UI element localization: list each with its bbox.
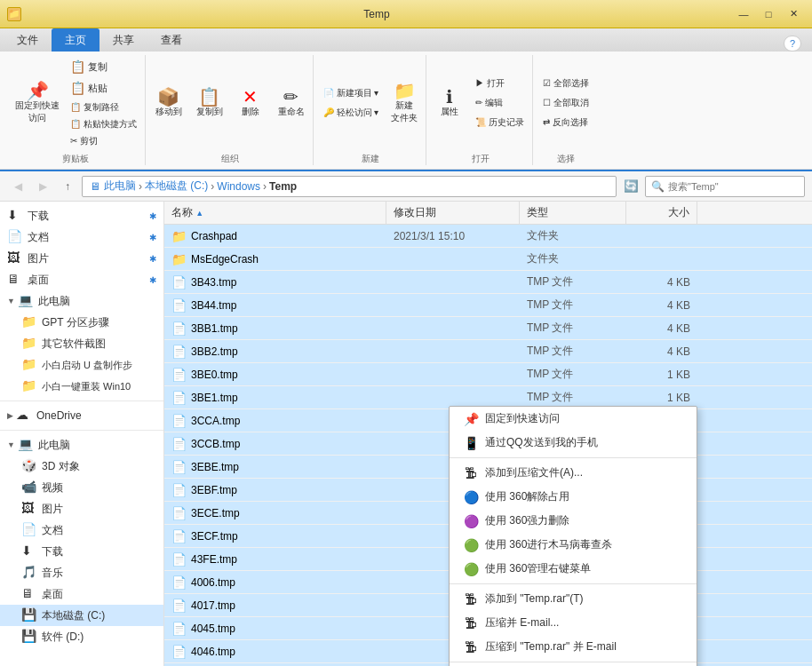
tab-file[interactable]: 文件 (4, 28, 52, 52)
invert-select-button[interactable]: ⇄ 反向选择 (538, 114, 593, 131)
sidebar-pic-label: 图片 (42, 502, 63, 517)
edit-button[interactable]: ✏ 编辑 (471, 94, 529, 112)
sidebar-item-dl2[interactable]: ⬇ 下载 (0, 541, 163, 562)
open-col: ▶ 打开 ✏ 编辑 📜 历史记录 (471, 75, 529, 131)
sidebar-gpt-label: GPT 分区步骤 (42, 315, 109, 330)
doc2-icon: 📄 (21, 522, 37, 538)
move-to-button[interactable]: 📦 移动到 (151, 85, 187, 121)
select-all-button[interactable]: ☑ 全部选择 (538, 75, 593, 92)
copy-path-button[interactable]: 📋 复制路径 (66, 99, 141, 115)
folder-icon: 📁 (171, 229, 187, 243)
up-button[interactable]: ↑ (57, 176, 78, 197)
pin-icon: 📌 (27, 82, 49, 99)
title-bar-icons: 📁 (7, 7, 21, 21)
sidebar-item-doc2[interactable]: 📄 文档 (0, 519, 163, 541)
sidebar-item-desktop2[interactable]: 🖥 桌面 (0, 583, 163, 605)
tmp-icon: 📄 (171, 298, 187, 313)
maximize-button[interactable]: □ (757, 5, 780, 23)
ctx-qq-send[interactable]: 📱 通过QQ发送到我的手机 (450, 431, 697, 455)
d-drive-icon: 💾 (21, 629, 37, 645)
sidebar-item-d-drive[interactable]: 💾 软件 (D:) (0, 626, 163, 647)
file-area: 名称 ▲ 修改日期 类型 大小 📁Crashpad 2021/3/1 15:10… (164, 202, 812, 666)
sidebar-item-usb[interactable]: 📁 小白启动 U 盘制作步 (0, 354, 163, 376)
main-content: ⬇ 下载 ✱ 📄 文档 ✱ 🖼 图片 ✱ 🖥 桌面 ✱ ▼ 💻 此电脑 📁 GP… (0, 202, 812, 666)
ctx-compress[interactable]: 🗜 添加到压缩文件(A)... (450, 461, 697, 485)
close-button[interactable]: ✕ (782, 5, 805, 23)
ctx-pin-quick[interactable]: 📌 固定到快速访问 (450, 407, 697, 431)
history-button[interactable]: 📜 历史记录 (471, 114, 529, 131)
refresh-button[interactable]: 🔄 (620, 176, 641, 197)
ctx-sep-1 (450, 457, 697, 458)
desktop-icon: 🖥 (7, 272, 23, 288)
forward-button[interactable]: ▶ (32, 176, 53, 197)
properties-button[interactable]: ℹ 属性 (432, 85, 467, 121)
onedrive-icon: ☁ (16, 408, 32, 424)
minimize-button[interactable]: — (732, 5, 755, 23)
ctx-360-manage[interactable]: 🟢 使用 360管理右键菜单 (450, 557, 697, 581)
rar-email2-icon: 🗜 (464, 640, 478, 654)
ribbon-group-select: ☑ 全部选择 ☐ 全部取消 ⇄ 反向选择 选择 (535, 55, 597, 165)
copy-to-button[interactable]: 📋 复制到 (192, 85, 227, 121)
sidebar-item-pictures[interactable]: 🖼 图片 ✱ (0, 248, 163, 269)
ctx-360-delete[interactable]: 🟣 使用 360强力删除 (450, 509, 697, 533)
ctx-compress-email[interactable]: 🗜 压缩并 E-mail... (450, 611, 697, 635)
sidebar-item-downloads[interactable]: ⬇ 下载 ✱ (0, 205, 163, 226)
column-size[interactable]: 大小 (626, 202, 697, 224)
open-button[interactable]: ▶ 打开 (471, 75, 529, 92)
copy-button[interactable]: 📋复制 (66, 57, 141, 76)
sidebar-item-c-drive[interactable]: 💾 本地磁盘 (C:) (0, 605, 163, 626)
ctx-360-scan[interactable]: 🟢 使用 360进行木马病毒查杀 (450, 533, 697, 557)
sidebar-item-software[interactable]: 📁 其它软件截图 (0, 333, 163, 354)
sidebar-item-3d[interactable]: 🎲 3D 对象 (0, 456, 163, 477)
ctx-add-rar[interactable]: 🗜 添加到 "Temp.rar"(T) (450, 587, 697, 611)
table-row[interactable]: 📄3B44.tmp TMP 文件 4 KB (164, 294, 812, 317)
tab-home[interactable]: 主页 (52, 28, 100, 52)
sidebar-d-drive-label: 软件 (D:) (42, 630, 84, 645)
sidebar-item-this-pc-quick[interactable]: ▼ 💻 此电脑 (0, 290, 163, 312)
sidebar-item-pic[interactable]: 🖼 图片 (0, 498, 163, 519)
rename-button[interactable]: ✏ 重命名 (274, 85, 309, 121)
paste-shortcut-button[interactable]: 📋 粘贴快捷方式 (66, 116, 141, 132)
column-name[interactable]: 名称 ▲ (164, 202, 386, 224)
table-row[interactable]: 📁Crashpad 2021/3/1 15:10 文件夹 (164, 225, 812, 248)
search-input[interactable] (668, 181, 799, 192)
sidebar-item-onedrive[interactable]: ▶ ☁ OneDrive (0, 405, 163, 426)
sidebar-item-documents[interactable]: 📄 文档 ✱ (0, 226, 163, 248)
sidebar-item-gpt[interactable]: 📁 GPT 分区步骤 (0, 312, 163, 333)
easy-access-button[interactable]: 🔑 轻松访问 ▾ (319, 104, 384, 122)
cut-button[interactable]: ✂ 剪切 (66, 133, 141, 149)
sidebar-item-video[interactable]: 📹 视频 (0, 477, 163, 498)
table-row[interactable]: 📁MsEdgeCrash 文件夹 (164, 248, 812, 271)
tmp-icon: 📄 (171, 275, 187, 289)
paste-button[interactable]: 📋粘贴 (66, 78, 141, 98)
sidebar-item-reinstall[interactable]: 📁 小白一键重装 Win10 (0, 376, 163, 397)
tab-view[interactable]: 查看 (147, 28, 195, 52)
sidebar-onedrive-label: OneDrive (36, 409, 82, 422)
context-menu: 📌 固定到快速访问 📱 通过QQ发送到我的手机 🗜 添加到压缩文件(A)... … (449, 406, 697, 666)
new-item-button[interactable]: 📄 新建项目 ▾ (319, 84, 384, 102)
ctx-360-unlock[interactable]: 🔵 使用 360解除占用 (450, 485, 697, 509)
ctx-compress-rar-email[interactable]: 🗜 压缩到 "Temp.rar" 并 E-mail (450, 635, 697, 659)
title-bar: 📁 Temp — □ ✕ (0, 0, 812, 28)
new-folder-button[interactable]: 📁 新建文件夹 (386, 79, 422, 127)
sidebar-item-music[interactable]: 🎵 音乐 (0, 562, 163, 583)
tab-share[interactable]: 共享 (100, 28, 147, 52)
column-date[interactable]: 修改日期 (386, 202, 520, 224)
ctx-sep-3 (450, 662, 697, 662)
sidebar-item-this-pc[interactable]: ▼ 💻 此电脑 (0, 434, 163, 456)
select-label: 选择 (538, 153, 593, 165)
address-path[interactable]: 🖥 此电脑 › 本地磁盘 (C:) › Windows › Temp (82, 176, 617, 197)
delete-button[interactable]: ✕ 删除 (233, 85, 268, 121)
back-button[interactable]: ◀ (7, 176, 28, 197)
help-button[interactable]: ? (784, 36, 801, 52)
table-row[interactable]: 📄3BE0.tmp TMP 文件 1 KB (164, 363, 812, 386)
sidebar-item-desktop[interactable]: 🖥 桌面 ✱ (0, 269, 163, 290)
folder-gpt-icon: 📁 (21, 314, 37, 330)
table-row[interactable]: 📄3BB2.tmp TMP 文件 4 KB (164, 340, 812, 363)
column-type[interactable]: 类型 (520, 202, 626, 224)
pin-quick-access-button[interactable]: 📌 固定到快速访问 (11, 79, 64, 127)
table-row[interactable]: 📄3B43.tmp TMP 文件 4 KB (164, 271, 812, 294)
select-none-button[interactable]: ☐ 全部取消 (538, 94, 593, 112)
table-row[interactable]: 📄3BB1.tmp TMP 文件 4 KB (164, 317, 812, 340)
rar-icon: 🗜 (464, 592, 478, 607)
